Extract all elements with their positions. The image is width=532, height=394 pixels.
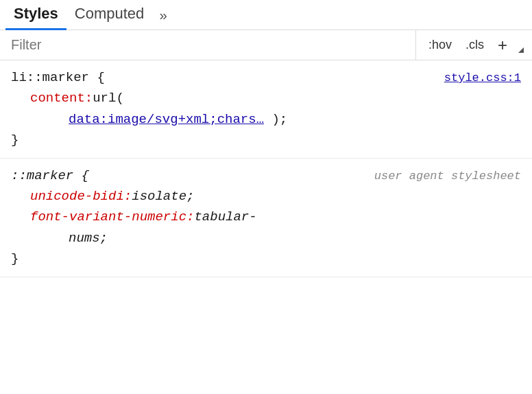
source-link-style-css[interactable]: style.css:1 — [444, 69, 521, 87]
prop-name-unicode-bidi: unicode-bidi: — [30, 186, 132, 207]
closing-brace-1: } — [11, 130, 521, 150]
prop-name-font-variant: font-variant-numeric: — [30, 207, 194, 227]
devtools-panel: Styles Computed » :hov .cls + li::marker… — [0, 0, 532, 394]
tab-more-button[interactable]: » — [152, 3, 174, 30]
css-rule-li-marker: li::marker { style.css:1 content: url( d… — [0, 60, 532, 159]
declaration-font-variant: font-variant-numeric: tabular- — [30, 207, 521, 227]
prop-value-isolate: isolate; — [132, 186, 194, 207]
prop-name-content: content: — [30, 88, 93, 108]
rule-body-ua: unicode-bidi: isolate; font-variant-nume… — [11, 186, 521, 248]
css-rule-marker-ua: ::marker { user agent stylesheet unicode… — [0, 159, 532, 277]
filter-bar: :hov .cls + — [0, 30, 532, 60]
rule-body-li-marker: content: url( data:image/svg+xml;chars… … — [11, 88, 521, 130]
prop-value-nums-text: nums; — [69, 231, 108, 246]
tab-computed[interactable]: Computed — [66, 0, 153, 30]
data-uri-link[interactable]: data:image/svg+xml;chars… — [69, 112, 264, 127]
rule-header-ua: ::marker { user agent stylesheet — [11, 165, 521, 186]
add-style-rule-button[interactable]: + — [494, 33, 511, 58]
prop-value-close-paren: ); — [271, 112, 287, 127]
prop-value-nums: nums; — [30, 228, 521, 248]
element-state-indicator — [518, 47, 524, 53]
tab-styles[interactable]: Styles — [5, 0, 66, 30]
rule-header: li::marker { style.css:1 — [11, 67, 521, 88]
prop-value-url-open: url( — [93, 88, 124, 108]
hov-button[interactable]: :hov — [424, 35, 456, 55]
selector-marker: ::marker { — [11, 165, 89, 186]
prop-value-tabular: tabular- — [194, 207, 256, 227]
prop-value-line2: data:image/svg+xml;chars… ); — [30, 109, 521, 130]
tab-bar: Styles Computed » — [0, 0, 532, 30]
filter-input[interactable] — [0, 30, 415, 60]
filter-actions: :hov .cls + — [415, 30, 532, 60]
css-content: li::marker { style.css:1 content: url( d… — [0, 60, 532, 394]
declaration-unicode-bidi: unicode-bidi: isolate; — [30, 186, 521, 207]
ua-label: user agent stylesheet — [374, 167, 521, 185]
closing-brace-2: } — [11, 248, 521, 269]
declaration-content: content: url( — [30, 88, 521, 108]
selector-li-marker: li::marker { — [11, 67, 105, 88]
cls-button[interactable]: .cls — [461, 35, 488, 55]
